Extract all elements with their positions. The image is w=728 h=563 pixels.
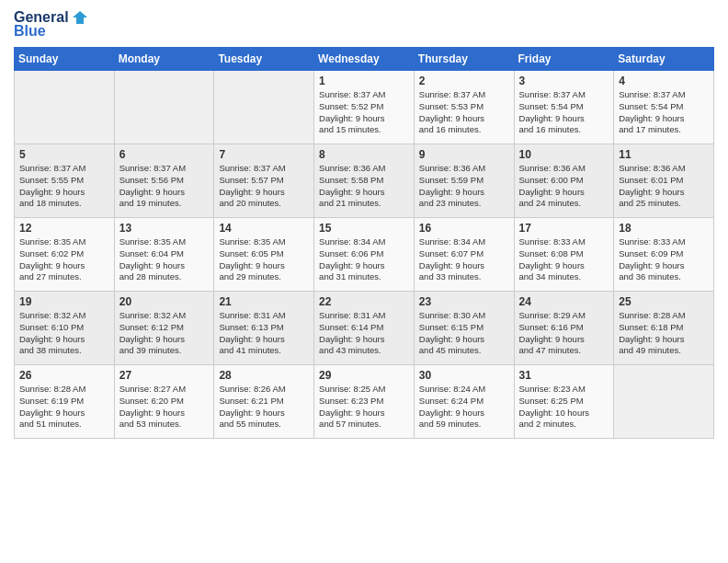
day-number: 27 <box>119 369 210 382</box>
calendar-cell: 12Sunrise: 8:35 AMSunset: 6:02 PMDayligh… <box>15 218 115 292</box>
calendar-cell: 25Sunrise: 8:28 AMSunset: 6:18 PMDayligh… <box>614 292 714 365</box>
day-number: 12 <box>19 222 109 235</box>
header: General Blue <box>14 9 714 40</box>
day-number: 9 <box>419 148 509 161</box>
calendar-cell: 3Sunrise: 8:37 AMSunset: 5:54 PMDaylight… <box>514 71 614 144</box>
calendar-cell <box>614 365 714 439</box>
day-info: Sunrise: 8:32 AMSunset: 6:12 PMDaylight:… <box>119 310 210 357</box>
day-info: Sunrise: 8:37 AMSunset: 5:57 PMDaylight:… <box>219 163 309 210</box>
day-info: Sunrise: 8:34 AMSunset: 6:07 PMDaylight:… <box>419 236 509 283</box>
day-info: Sunrise: 8:37 AMSunset: 5:54 PMDaylight:… <box>619 89 709 136</box>
day-info: Sunrise: 8:27 AMSunset: 6:20 PMDaylight:… <box>119 384 210 431</box>
day-info: Sunrise: 8:26 AMSunset: 6:21 PMDaylight:… <box>219 384 309 431</box>
day-number: 23 <box>419 295 509 308</box>
day-info: Sunrise: 8:24 AMSunset: 6:24 PMDaylight:… <box>419 384 509 431</box>
day-number: 3 <box>519 75 609 87</box>
day-number: 18 <box>619 222 709 235</box>
calendar-cell: 4Sunrise: 8:37 AMSunset: 5:54 PMDaylight… <box>614 71 714 144</box>
weekday-header-friday: Friday <box>514 48 614 71</box>
day-number: 20 <box>119 295 210 308</box>
day-number: 28 <box>219 369 309 382</box>
calendar-cell: 26Sunrise: 8:28 AMSunset: 6:19 PMDayligh… <box>15 365 115 439</box>
calendar-cell: 28Sunrise: 8:26 AMSunset: 6:21 PMDayligh… <box>214 365 314 439</box>
day-info: Sunrise: 8:36 AMSunset: 5:58 PMDaylight:… <box>319 163 409 210</box>
calendar-cell: 9Sunrise: 8:36 AMSunset: 5:59 PMDaylight… <box>414 144 514 218</box>
day-info: Sunrise: 8:37 AMSunset: 5:55 PMDaylight:… <box>19 163 109 210</box>
day-info: Sunrise: 8:35 AMSunset: 6:05 PMDaylight:… <box>219 236 309 283</box>
day-number: 21 <box>219 295 309 308</box>
calendar-cell: 6Sunrise: 8:37 AMSunset: 5:56 PMDaylight… <box>114 144 214 218</box>
calendar-cell: 19Sunrise: 8:32 AMSunset: 6:10 PMDayligh… <box>15 292 115 365</box>
day-info: Sunrise: 8:31 AMSunset: 6:14 PMDaylight:… <box>319 310 409 357</box>
calendar-cell <box>114 71 214 144</box>
calendar-cell: 29Sunrise: 8:25 AMSunset: 6:23 PMDayligh… <box>314 365 415 439</box>
calendar-cell: 21Sunrise: 8:31 AMSunset: 6:13 PMDayligh… <box>214 292 314 365</box>
weekday-header-wednesday: Wednesday <box>314 48 415 71</box>
calendar-cell: 18Sunrise: 8:33 AMSunset: 6:09 PMDayligh… <box>614 218 714 292</box>
day-info: Sunrise: 8:35 AMSunset: 6:04 PMDaylight:… <box>119 236 210 283</box>
calendar-cell: 22Sunrise: 8:31 AMSunset: 6:14 PMDayligh… <box>314 292 415 365</box>
day-info: Sunrise: 8:37 AMSunset: 5:56 PMDaylight:… <box>119 163 210 210</box>
day-info: Sunrise: 8:37 AMSunset: 5:54 PMDaylight:… <box>519 89 609 136</box>
week-row-2: 5Sunrise: 8:37 AMSunset: 5:55 PMDaylight… <box>15 144 714 218</box>
day-number: 17 <box>519 222 609 235</box>
logo-arrow-icon <box>71 9 87 26</box>
calendar-cell: 24Sunrise: 8:29 AMSunset: 6:16 PMDayligh… <box>514 292 614 365</box>
day-number: 29 <box>319 369 409 382</box>
day-info: Sunrise: 8:32 AMSunset: 6:10 PMDaylight:… <box>19 310 109 357</box>
day-number: 6 <box>119 148 210 161</box>
calendar-cell: 31Sunrise: 8:23 AMSunset: 6:25 PMDayligh… <box>514 365 614 439</box>
day-number: 10 <box>519 148 609 161</box>
day-info: Sunrise: 8:33 AMSunset: 6:08 PMDaylight:… <box>519 236 609 283</box>
day-info: Sunrise: 8:23 AMSunset: 6:25 PMDaylight:… <box>519 384 609 431</box>
weekday-header-sunday: Sunday <box>15 48 115 71</box>
day-number: 25 <box>619 295 709 308</box>
day-number: 5 <box>19 148 109 161</box>
calendar-cell: 2Sunrise: 8:37 AMSunset: 5:53 PMDaylight… <box>414 71 514 144</box>
calendar-cell: 1Sunrise: 8:37 AMSunset: 5:52 PMDaylight… <box>314 71 415 144</box>
calendar-cell: 8Sunrise: 8:36 AMSunset: 5:58 PMDaylight… <box>314 144 415 218</box>
weekday-header-monday: Monday <box>114 48 214 71</box>
day-number: 4 <box>619 75 709 87</box>
calendar-cell: 7Sunrise: 8:37 AMSunset: 5:57 PMDaylight… <box>214 144 314 218</box>
day-number: 11 <box>619 148 709 161</box>
calendar-cell: 23Sunrise: 8:30 AMSunset: 6:15 PMDayligh… <box>414 292 514 365</box>
week-row-3: 12Sunrise: 8:35 AMSunset: 6:02 PMDayligh… <box>15 218 714 292</box>
day-info: Sunrise: 8:36 AMSunset: 6:01 PMDaylight:… <box>619 163 709 210</box>
calendar-cell: 14Sunrise: 8:35 AMSunset: 6:05 PMDayligh… <box>214 218 314 292</box>
calendar-cell: 11Sunrise: 8:36 AMSunset: 6:01 PMDayligh… <box>614 144 714 218</box>
day-number: 30 <box>419 369 509 382</box>
day-info: Sunrise: 8:33 AMSunset: 6:09 PMDaylight:… <box>619 236 709 283</box>
weekday-header-row: SundayMondayTuesdayWednesdayThursdayFrid… <box>15 48 714 71</box>
day-number: 15 <box>319 222 409 235</box>
calendar-table: SundayMondayTuesdayWednesdayThursdayFrid… <box>14 47 714 439</box>
svg-marker-0 <box>73 11 87 24</box>
calendar-cell: 10Sunrise: 8:36 AMSunset: 6:00 PMDayligh… <box>514 144 614 218</box>
day-info: Sunrise: 8:37 AMSunset: 5:53 PMDaylight:… <box>419 89 509 136</box>
calendar-cell: 5Sunrise: 8:37 AMSunset: 5:55 PMDaylight… <box>15 144 115 218</box>
weekday-header-thursday: Thursday <box>414 48 514 71</box>
day-info: Sunrise: 8:25 AMSunset: 6:23 PMDaylight:… <box>319 384 409 431</box>
page-container: General Blue SundayMondayTuesdayWednesda… <box>0 0 728 448</box>
day-number: 19 <box>19 295 109 308</box>
day-number: 31 <box>519 369 609 382</box>
day-number: 8 <box>319 148 409 161</box>
day-info: Sunrise: 8:30 AMSunset: 6:15 PMDaylight:… <box>419 310 509 357</box>
day-number: 24 <box>519 295 609 308</box>
day-info: Sunrise: 8:37 AMSunset: 5:52 PMDaylight:… <box>319 89 409 136</box>
day-number: 1 <box>319 75 409 87</box>
calendar-cell <box>214 71 314 144</box>
calendar-cell: 30Sunrise: 8:24 AMSunset: 6:24 PMDayligh… <box>414 365 514 439</box>
day-info: Sunrise: 8:29 AMSunset: 6:16 PMDaylight:… <box>519 310 609 357</box>
logo-blue: Blue <box>14 23 46 40</box>
day-number: 13 <box>119 222 210 235</box>
day-number: 26 <box>19 369 109 382</box>
calendar-cell: 15Sunrise: 8:34 AMSunset: 6:06 PMDayligh… <box>314 218 415 292</box>
calendar-cell: 20Sunrise: 8:32 AMSunset: 6:12 PMDayligh… <box>114 292 214 365</box>
calendar-cell: 17Sunrise: 8:33 AMSunset: 6:08 PMDayligh… <box>514 218 614 292</box>
week-row-5: 26Sunrise: 8:28 AMSunset: 6:19 PMDayligh… <box>15 365 714 439</box>
day-number: 2 <box>419 75 509 87</box>
day-number: 7 <box>219 148 309 161</box>
week-row-4: 19Sunrise: 8:32 AMSunset: 6:10 PMDayligh… <box>15 292 714 365</box>
day-number: 22 <box>319 295 409 308</box>
